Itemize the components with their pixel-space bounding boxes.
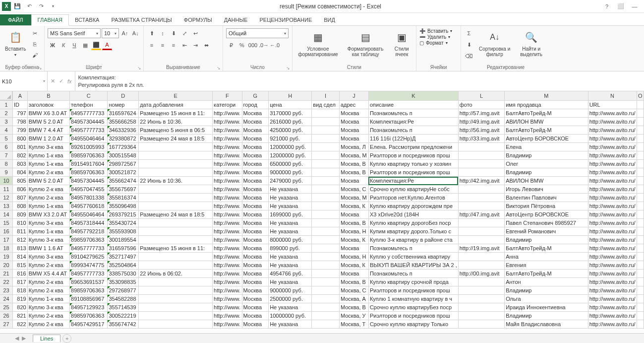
cell[interactable]: 815 <box>13 261 28 270</box>
sheet-nav-prev-icon[interactable]: ◀ <box>15 335 19 342</box>
cell[interactable]: 12000000 руб. <box>269 143 312 151</box>
cell[interactable]: http://www.avito.ru/ <box>588 151 637 160</box>
cell[interactable]: 355662474 <box>108 177 139 185</box>
cell[interactable]: http://49.img.avit <box>458 118 504 126</box>
cell[interactable]: 808 <box>13 202 28 210</box>
cell[interactable] <box>637 253 644 261</box>
sort-filter-button[interactable]: A↓Сортировка и фильтр <box>476 28 513 58</box>
cell[interactable]: Москва <box>242 135 269 143</box>
save-icon[interactable]: 💾 <box>12 1 23 12</box>
cell[interactable]: 89859706363 <box>70 236 108 244</box>
cell[interactable]: Купим квартиру дорого.Только с <box>368 227 458 236</box>
cell[interactable] <box>637 210 644 219</box>
cell[interactable]: http://www. <box>213 194 242 202</box>
cell[interactable] <box>139 151 213 160</box>
copy-icon[interactable]: ⎘ <box>30 39 40 49</box>
cell[interactable] <box>458 185 504 194</box>
cell[interactable]: Куплю 1-к ква <box>27 160 69 168</box>
cell[interactable]: 9000000 руб. <box>269 168 312 177</box>
cell[interactable] <box>637 185 644 194</box>
cell[interactable]: 899000 руб. <box>269 244 312 253</box>
cell[interactable]: http://www. <box>213 244 242 253</box>
minimize-icon[interactable]: — <box>628 1 641 11</box>
cell[interactable]: Не указана <box>269 303 312 312</box>
cell[interactable] <box>312 278 340 286</box>
cell[interactable]: http://www. <box>213 202 242 210</box>
font-name-combo[interactable]: MS Sans Serif▾ <box>48 28 101 38</box>
cell[interactable]: 820 <box>13 303 28 312</box>
cell[interactable]: Москва <box>339 210 368 219</box>
cell[interactable] <box>458 143 504 151</box>
cell[interactable]: Москва <box>242 177 269 185</box>
cell[interactable]: телефон <box>70 101 108 109</box>
cell[interactable] <box>458 295 504 303</box>
cell[interactable]: Размещено 24 мая в 18:5 <box>139 135 213 143</box>
cell[interactable] <box>458 236 504 244</box>
cell[interactable]: 300522219 <box>108 312 139 320</box>
column-header[interactable]: C <box>70 91 108 101</box>
cell[interactable]: 801 <box>13 143 28 151</box>
formula-input[interactable]: Комплектация: Регулировка руля в 2х пл. <box>75 71 644 91</box>
cell[interactable]: Ираида Иннокентиевна <box>505 303 588 312</box>
cell[interactable]: Анна <box>505 253 588 261</box>
cell[interactable] <box>637 295 644 303</box>
tab-home[interactable]: ГЛАВНАЯ <box>31 14 69 26</box>
cell[interactable]: Познакомьтесь п <box>368 244 458 253</box>
cell[interactable] <box>312 194 340 202</box>
cell[interactable]: 329380872 <box>108 135 139 143</box>
cell[interactable]: Москва <box>339 135 368 143</box>
cell[interactable]: 806 <box>13 185 28 194</box>
cell[interactable] <box>139 194 213 202</box>
cell[interactable] <box>637 168 644 177</box>
cell[interactable] <box>458 253 504 261</box>
cell[interactable]: Владимир <box>505 151 588 160</box>
align-bottom-icon[interactable]: ⬇ <box>169 28 178 38</box>
cell[interactable]: 3170000 руб. <box>269 109 312 118</box>
cell[interactable] <box>312 286 340 295</box>
cell[interactable] <box>312 135 340 143</box>
align-top-icon[interactable]: ⬆ <box>147 28 157 38</box>
cell[interactable] <box>637 151 644 160</box>
cell[interactable]: 84955046464 <box>70 135 108 143</box>
cell[interactable]: 316597596 <box>108 244 139 253</box>
cancel-formula-icon[interactable]: ✕ <box>51 78 55 84</box>
cell[interactable]: Владимир <box>505 168 588 177</box>
cell[interactable]: 355675697 <box>108 185 139 194</box>
cell[interactable]: 316597624 <box>108 109 139 118</box>
row-header[interactable]: 10 <box>0 177 13 185</box>
cell[interactable] <box>458 194 504 202</box>
cell[interactable] <box>139 185 213 194</box>
cell[interactable]: Не указана <box>269 185 312 194</box>
column-header[interactable]: G <box>242 91 269 101</box>
cell[interactable]: http://www. <box>213 118 242 126</box>
cell[interactable] <box>637 177 644 185</box>
cell[interactable]: Куплю 3-к ква <box>27 236 69 244</box>
cell[interactable]: BMW 5 2.0 AT <box>27 118 69 126</box>
cell[interactable] <box>312 312 340 320</box>
cell[interactable]: 84957777733 <box>70 126 108 135</box>
cell[interactable]: БалтАвтоТрейд-М <box>505 109 588 118</box>
cell[interactable] <box>637 101 644 109</box>
cell[interactable]: Срочно куплю квартируНе собс <box>368 185 458 194</box>
cell[interactable] <box>637 236 644 244</box>
cell[interactable] <box>312 118 340 126</box>
column-header[interactable]: K <box>368 91 458 101</box>
merge-center-icon[interactable]: ⬌ <box>201 40 211 50</box>
cell[interactable] <box>458 312 504 320</box>
cell[interactable]: вид сдел <box>312 101 340 109</box>
cell[interactable] <box>637 135 644 143</box>
cell[interactable]: http://57.img.avit <box>458 109 504 118</box>
cell[interactable]: Москва, В <box>339 168 368 177</box>
cell[interactable]: BMW X6 3.0 AT <box>27 109 69 118</box>
cell[interactable]: имя продавца <box>505 101 588 109</box>
cell[interactable] <box>139 320 213 329</box>
row-header[interactable]: 17 <box>0 236 13 244</box>
cell[interactable]: 2479000 руб. <box>269 177 312 185</box>
tab-file[interactable]: ФАЙЛ <box>0 14 31 25</box>
cell[interactable]: 89859706363 <box>70 286 108 295</box>
cell[interactable]: http://www.avito.ru/ <box>588 160 637 168</box>
row-header[interactable]: 12 <box>0 194 13 202</box>
cell[interactable]: Москва <box>339 270 368 278</box>
cell[interactable]: 355096498 <box>108 202 139 210</box>
cell[interactable]: http://www. <box>213 295 242 303</box>
